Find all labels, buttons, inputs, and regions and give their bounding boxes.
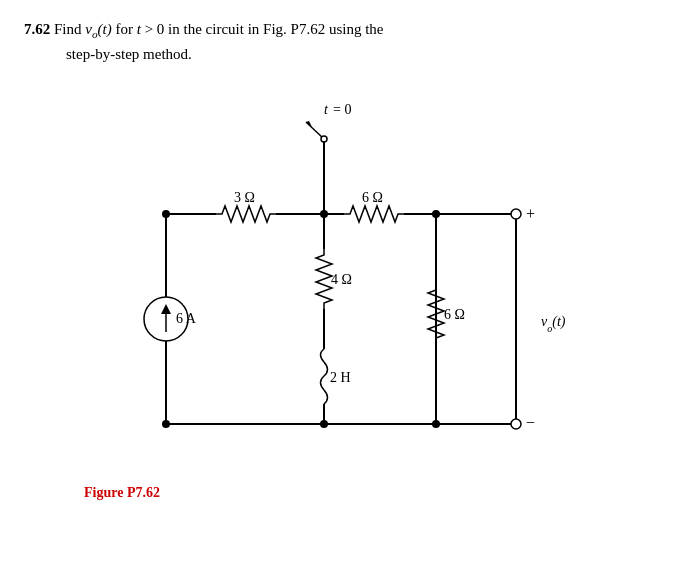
resistor-3ohm-label: 3 Ω [234,190,255,205]
minus-terminal: − [526,414,535,431]
svg-point-25 [511,209,521,219]
variable: vo(t) [85,21,111,37]
problem-text-method: step-by-step method. [66,46,192,62]
resistor-4ohm-label: 4 Ω [331,272,352,287]
svg-point-27 [511,419,521,429]
output-voltage-label: vo(t) [541,314,566,334]
svg-point-31 [320,420,328,428]
svg-point-30 [162,420,170,428]
svg-point-32 [432,420,440,428]
problem-text-find: Find vo(t) for t > 0 in the circuit in F… [54,21,384,37]
resistor-6ohm-right-label: 6 Ω [444,307,465,322]
circuit-diagram: t = 0 [106,79,586,479]
plus-terminal: + [526,205,535,222]
condition: t [137,21,141,37]
current-source-label: 6 A [176,311,197,326]
circuit-container: t = 0 [24,79,667,479]
svg-marker-2 [306,121,312,127]
problem-number: 7.62 [24,21,50,37]
svg-point-3 [321,136,327,142]
inductor-label: 2 H [330,370,351,385]
svg-text:= 0: = 0 [333,102,351,117]
switch-label: t [324,102,329,117]
page: 7.62 Find vo(t) for t > 0 in the circuit… [0,0,691,519]
figure-label: Figure P7.62 [84,485,667,501]
problem-statement: 7.62 Find vo(t) for t > 0 in the circuit… [24,18,667,65]
svg-point-29 [162,210,170,218]
resistor-6ohm-top-label: 6 Ω [362,190,383,205]
